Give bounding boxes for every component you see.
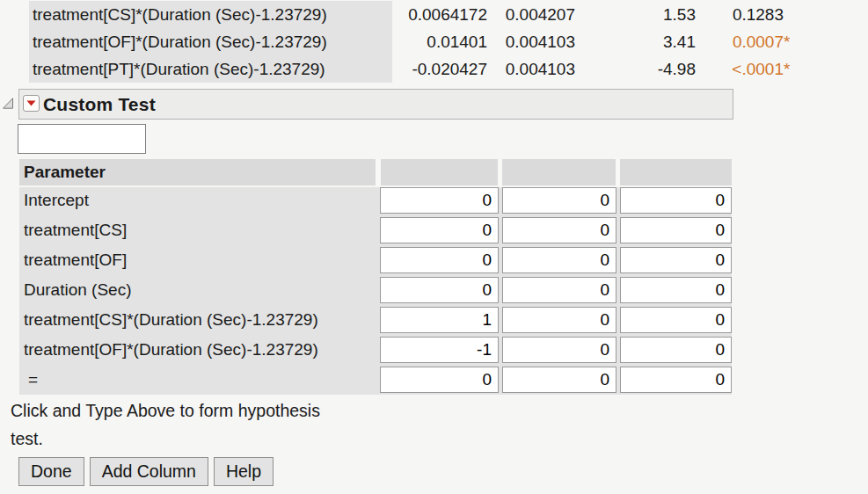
matrix-row: = (19, 367, 732, 393)
std-error-value: 0.004103 (487, 33, 575, 52)
matrix-cell-input[interactable] (502, 307, 616, 333)
std-error-value: 0.004103 (487, 60, 575, 79)
matrix-cell-input[interactable] (380, 217, 499, 243)
matrix-cell-input[interactable] (380, 247, 499, 273)
matrix-row: Duration (Sec) (19, 277, 732, 303)
matrix-row: treatment[CS] (19, 217, 732, 243)
matrix-cell-input[interactable] (620, 217, 732, 243)
matrix-cell-input[interactable] (380, 337, 499, 363)
disclosure-triangle-icon[interactable] (3, 97, 14, 108)
custom-test-matrix: Parameter Intercept treatment[CS] treatm… (19, 159, 732, 395)
estimate-value: 0.0064172 (392, 5, 487, 25)
hint-line-1: Click and Type Above to form hypothesis (11, 396, 320, 425)
parameter-estimates-table: treatment[CS]*(Duration (Sec)-1.23729) 0… (29, 1, 784, 83)
red-triangle-menu-button[interactable] (23, 95, 40, 112)
t-ratio-value: 3.41 (575, 33, 696, 52)
significance-star: * (784, 60, 790, 79)
matrix-row: treatment[OF]*(Duration (Sec)-1.23729) (19, 337, 732, 363)
custom-test-name-input[interactable] (18, 124, 146, 154)
parameter-label: treatment[PT]*(Duration (Sec)-1.23729) (29, 55, 392, 83)
prob-value: 0.1283 (696, 5, 784, 25)
matrix-cell-input[interactable] (502, 247, 616, 273)
prob-value: <.0001* (696, 60, 784, 79)
column-separator (376, 159, 381, 185)
section-title: Custom Test (43, 90, 156, 119)
matrix-cell-input[interactable] (620, 337, 732, 363)
matrix-cell-input[interactable] (502, 217, 616, 243)
matrix-cell-input[interactable] (380, 187, 499, 214)
matrix-cell-input[interactable] (620, 187, 732, 214)
done-button[interactable]: Done (18, 457, 84, 486)
estimate-row: treatment[PT]*(Duration (Sec)-1.23729) -… (29, 55, 784, 83)
add-column-button[interactable]: Add Column (90, 457, 208, 486)
matrix-cell-input[interactable] (380, 307, 499, 333)
matrix-body: Intercept treatment[CS] treatment[OF] Du… (19, 187, 732, 395)
matrix-cell-input[interactable] (620, 277, 732, 303)
matrix-cell-input[interactable] (620, 307, 732, 333)
column-separator (616, 159, 620, 185)
help-button[interactable]: Help (214, 457, 274, 486)
std-error-value: 0.004207 (487, 5, 575, 25)
matrix-row: treatment[OF] (19, 247, 732, 273)
estimate-value: 0.01401 (392, 33, 487, 52)
prob-value: 0.0007* (696, 33, 784, 52)
red-triangle-icon (25, 98, 38, 109)
hint-text: Click and Type Above to form hypothesis … (11, 396, 320, 453)
button-row: Done Add Column Help (18, 457, 274, 486)
matrix-cell-input[interactable] (502, 367, 616, 393)
matrix-cell-input[interactable] (380, 367, 499, 393)
jmp-report-panel: treatment[CS]*(Duration (Sec)-1.23729) 0… (0, 0, 868, 494)
estimate-row: treatment[OF]*(Duration (Sec)-1.23729) 0… (29, 28, 784, 55)
significance-star: * (784, 33, 790, 52)
matrix-cell-input[interactable] (620, 247, 732, 273)
hint-line-2: test. (11, 425, 320, 453)
t-ratio-value: 1.53 (575, 5, 696, 25)
matrix-row: Intercept (19, 187, 732, 214)
matrix-cell-input[interactable] (502, 187, 616, 214)
matrix-row: treatment[CS]*(Duration (Sec)-1.23729) (19, 307, 732, 333)
t-ratio-value: -4.98 (575, 60, 696, 79)
custom-test-header-bar: Custom Test (18, 89, 733, 120)
estimate-value: -0.020427 (392, 60, 487, 79)
matrix-cell-input[interactable] (502, 277, 616, 303)
parameter-label: treatment[OF]*(Duration (Sec)-1.23729) (29, 28, 392, 55)
matrix-header-row: Parameter (19, 159, 732, 185)
estimate-row: treatment[CS]*(Duration (Sec)-1.23729) 0… (29, 1, 784, 28)
matrix-cell-input[interactable] (502, 337, 616, 363)
parameter-label: treatment[CS]*(Duration (Sec)-1.23729) (29, 1, 392, 28)
matrix-cell-input[interactable] (380, 277, 499, 303)
column-separator (498, 159, 502, 185)
matrix-cell-input[interactable] (620, 367, 732, 393)
